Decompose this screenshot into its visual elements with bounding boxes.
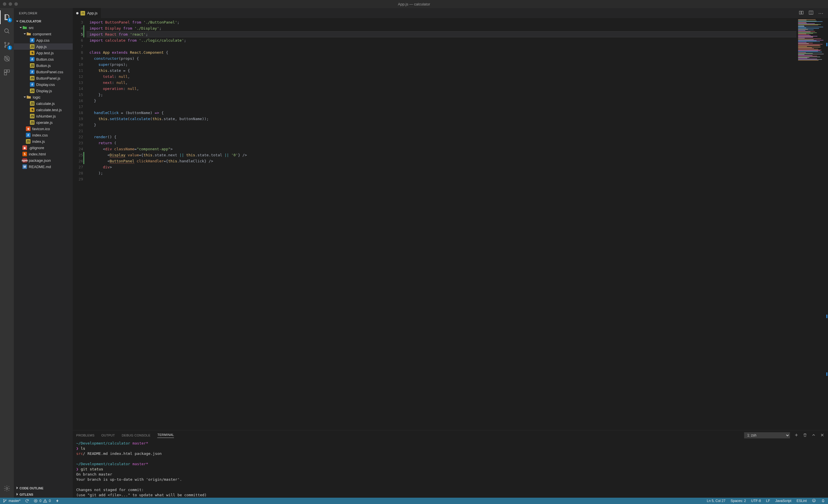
status-branch[interactable]: master* bbox=[3, 499, 20, 503]
file-favicon[interactable]: ★favicon.ico bbox=[14, 126, 73, 132]
status-sync[interactable] bbox=[25, 499, 29, 503]
file-index-js[interactable]: JSindex.js bbox=[14, 138, 73, 144]
folder-label: logic bbox=[33, 95, 41, 99]
compare-changes-button[interactable] bbox=[799, 10, 804, 16]
activity-search[interactable] bbox=[0, 24, 14, 38]
file-display-js[interactable]: JSDisplay.js bbox=[14, 88, 73, 94]
more-actions-button[interactable]: ⋯ bbox=[818, 10, 824, 16]
window-controls bbox=[3, 2, 18, 6]
explorer-sidebar: EXPLORER CALCULATOR src component #App.c… bbox=[14, 8, 73, 498]
folder-component[interactable]: component bbox=[14, 31, 73, 37]
status-eol[interactable]: LF bbox=[766, 499, 770, 503]
status-indent[interactable]: Spaces: 2 bbox=[731, 499, 746, 503]
section-code-outline[interactable]: CODE OUTLINE bbox=[14, 485, 73, 491]
close-window-button[interactable] bbox=[3, 2, 6, 6]
activity-explorer[interactable]: 1 bbox=[0, 10, 14, 24]
maximize-panel-button[interactable] bbox=[811, 433, 816, 438]
branch-icon bbox=[3, 499, 7, 503]
file-app-test[interactable]: ⚗App.test.js bbox=[14, 50, 73, 56]
chevron-down-icon bbox=[23, 96, 27, 99]
svg-point-29 bbox=[813, 500, 814, 500]
folder-logic[interactable]: logic bbox=[14, 94, 73, 100]
svg-point-27 bbox=[45, 502, 45, 502]
terminal-text: On branch master bbox=[76, 472, 825, 477]
panel-tab-terminal[interactable]: TERMINAL bbox=[157, 433, 174, 438]
file-tree: CALCULATOR src component #App.css JSApp.… bbox=[14, 18, 73, 485]
panel-tab-output[interactable]: OUTPUT bbox=[101, 433, 115, 437]
folder-label: component bbox=[33, 32, 51, 36]
terminal-text: (use "git add <file>..." to update what … bbox=[76, 493, 825, 498]
file-label: ButtonPanel.js bbox=[36, 76, 60, 81]
file-label: index.js bbox=[32, 139, 45, 144]
tab-label: App.js bbox=[87, 11, 97, 15]
status-feedback[interactable] bbox=[812, 499, 816, 503]
panel-tab-debug[interactable]: DEBUG CONSOLE bbox=[122, 433, 151, 437]
file-gitignore[interactable]: ◆.gitignore bbox=[14, 144, 73, 151]
warning-icon bbox=[43, 499, 47, 503]
activity-debug[interactable] bbox=[0, 52, 14, 65]
code-content[interactable]: import ButtonPanel from './ButtonPanel';… bbox=[87, 18, 796, 430]
css-icon: # bbox=[26, 133, 31, 137]
chevron-right-icon bbox=[15, 486, 19, 490]
section-label: GITLENS bbox=[19, 493, 33, 496]
js-icon: JS bbox=[30, 89, 35, 93]
tab-app-js[interactable]: JS App.js bbox=[73, 8, 101, 18]
status-eslint[interactable]: ESLint bbox=[797, 499, 807, 503]
file-index-css[interactable]: #index.css bbox=[14, 132, 73, 138]
terminal-prompt: ❯ bbox=[76, 467, 79, 471]
file-operate-js[interactable]: JSoperate.js bbox=[14, 119, 73, 126]
terminal-output[interactable]: ~/Development/calculator master* ❯ ls sr… bbox=[73, 440, 828, 498]
section-gitlens[interactable]: GITLENS bbox=[14, 491, 73, 498]
terminal-selector[interactable]: 1: zsh bbox=[744, 432, 790, 439]
file-display-css[interactable]: #Display.css bbox=[14, 81, 73, 88]
css-icon: # bbox=[30, 38, 35, 43]
close-panel-button[interactable] bbox=[820, 433, 825, 438]
minimize-window-button[interactable] bbox=[9, 2, 12, 6]
file-index-html[interactable]: 5index.html bbox=[14, 151, 73, 157]
file-isnumber-js[interactable]: JSisNumber.js bbox=[14, 113, 73, 119]
scm-badge: 1 bbox=[7, 45, 12, 50]
title-bar: App.js — calculator bbox=[0, 0, 828, 8]
folder-label: src bbox=[29, 26, 34, 30]
js-icon: JS bbox=[30, 114, 35, 119]
file-label: README.md bbox=[29, 165, 51, 169]
file-package-json[interactable]: npmpackage.json bbox=[14, 157, 73, 164]
test-icon: ⚗ bbox=[30, 51, 35, 55]
file-label: Display.css bbox=[36, 83, 55, 87]
activity-bar: 1 1 bbox=[0, 8, 14, 498]
file-button-js[interactable]: JSButton.js bbox=[14, 62, 73, 69]
js-icon: JS bbox=[30, 76, 35, 81]
status-live-share[interactable] bbox=[55, 499, 59, 503]
maximize-window-button[interactable] bbox=[14, 2, 18, 6]
file-calculate-js[interactable]: JScalculate.js bbox=[14, 100, 73, 106]
extensions-icon bbox=[3, 69, 10, 76]
file-button-css[interactable]: #Button.css bbox=[14, 56, 73, 62]
file-label: calculate.test.js bbox=[36, 108, 62, 112]
code-editor[interactable]: 3456789101112131415161718192021222324252… bbox=[73, 18, 828, 430]
file-calculate-test[interactable]: ⚗calculate.test.js bbox=[14, 106, 73, 113]
panel-tab-problems[interactable]: PROBLEMS bbox=[76, 433, 94, 437]
bug-icon bbox=[3, 55, 10, 62]
status-problems[interactable]: 0 0 bbox=[34, 499, 51, 503]
file-app-css[interactable]: #App.css bbox=[14, 37, 73, 43]
terminal-command: git status bbox=[81, 467, 103, 471]
new-terminal-button[interactable] bbox=[794, 433, 799, 438]
file-buttonpanel-css[interactable]: #ButtonPanel.css bbox=[14, 69, 73, 75]
terminal-path: ~/Development/calculator bbox=[76, 462, 130, 466]
workspace-folder-header[interactable]: CALCULATOR bbox=[14, 18, 73, 25]
activity-extensions[interactable] bbox=[0, 65, 14, 79]
status-notifications[interactable] bbox=[821, 499, 825, 503]
status-language[interactable]: JavaScript bbox=[775, 499, 791, 503]
activity-settings[interactable] bbox=[0, 482, 14, 495]
status-cursor-position[interactable]: Ln 5, Col 27 bbox=[707, 499, 726, 503]
kill-terminal-button[interactable] bbox=[803, 433, 807, 438]
file-app-js[interactable]: JSApp.js bbox=[14, 43, 73, 50]
split-editor-button[interactable] bbox=[809, 10, 814, 16]
file-readme[interactable]: MREADME.md bbox=[14, 164, 73, 170]
svg-rect-9 bbox=[7, 70, 9, 72]
minimap[interactable] bbox=[796, 18, 828, 430]
activity-scm[interactable]: 1 bbox=[0, 38, 14, 52]
status-encoding[interactable]: UTF-8 bbox=[751, 499, 761, 503]
folder-src[interactable]: src bbox=[14, 25, 73, 31]
file-buttonpanel-js[interactable]: JSButtonPanel.js bbox=[14, 75, 73, 81]
